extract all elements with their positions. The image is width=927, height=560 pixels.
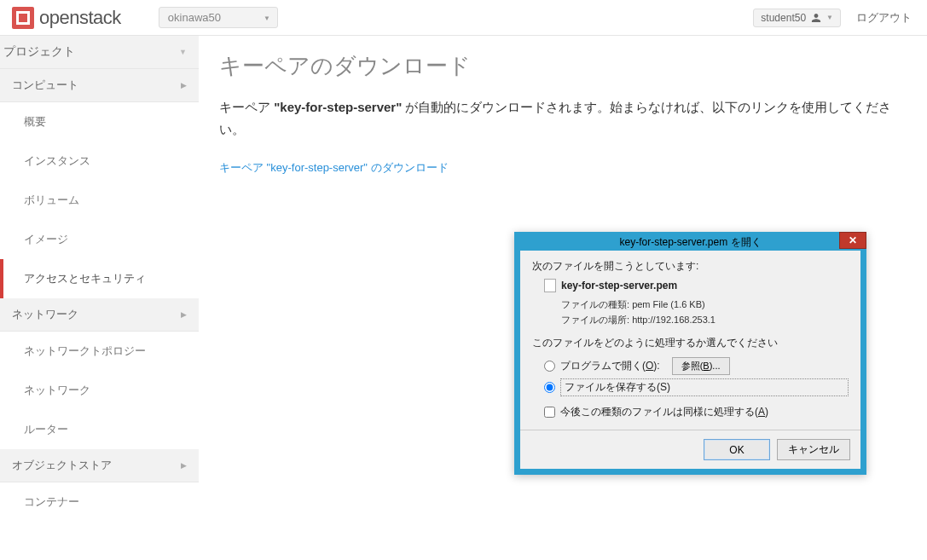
sidebar: プロジェクト ▼ コンピュート ▶ 概要 インスタンス ボリューム イメージ ア… bbox=[0, 36, 199, 522]
sidebar-item-label: アクセスとセキュリティ bbox=[24, 272, 146, 285]
filetype-label: ファイルの種類: bbox=[561, 299, 629, 309]
dialog-footer: OK キャンセル bbox=[520, 430, 860, 469]
dialog-title: key-for-step-server.pem を開く bbox=[619, 235, 761, 250]
location-line: ファイルの場所: http://192.168.253.1 bbox=[561, 313, 849, 328]
location-label: ファイルの場所: bbox=[561, 315, 629, 325]
sidebar-item-overview[interactable]: 概要 bbox=[0, 102, 199, 141]
sidebar-item-access-security[interactable]: アクセスとセキュリティ bbox=[0, 259, 199, 298]
sidebar-item-label: インスタンス bbox=[24, 154, 90, 167]
dialog-body: 次のファイルを開こうとしています: key-for-step-server.pe… bbox=[520, 251, 860, 430]
option-open-with[interactable]: プログラムで開く(O): 参照(B)... bbox=[544, 357, 849, 375]
page-description: キーペア "key-for-step-server" が自動的にダウンロードされ… bbox=[219, 96, 907, 140]
save-file-radio[interactable] bbox=[544, 382, 555, 393]
close-icon: ✕ bbox=[849, 234, 857, 246]
location-value: http://192.168.253.1 bbox=[632, 315, 716, 325]
chevron-down-icon: ▼ bbox=[179, 48, 187, 56]
logout-link[interactable]: ログアウト bbox=[856, 10, 912, 26]
sidebar-item-network-topology[interactable]: ネットワークトポロジー bbox=[0, 332, 199, 371]
dialog-titlebar[interactable]: key-for-step-server.pem を開く ✕ bbox=[514, 232, 866, 251]
open-with-radio[interactable] bbox=[544, 361, 555, 372]
sidebar-item-containers[interactable]: コンテナー bbox=[0, 482, 199, 522]
sidebar-item-label: 概要 bbox=[24, 115, 46, 128]
filetype-value: pem File (1.6 KB) bbox=[632, 299, 705, 309]
file-icon bbox=[544, 279, 556, 292]
remember-checkbox[interactable] bbox=[544, 407, 555, 418]
sidebar-section-project[interactable]: プロジェクト ▼ bbox=[0, 36, 199, 69]
sidebar-group-label: オブジェクトストア bbox=[12, 458, 112, 473]
chevron-down-icon: ▼ bbox=[826, 14, 833, 21]
sidebar-item-label: ボリューム bbox=[24, 193, 79, 206]
key-name: "key-for-step-server" bbox=[274, 100, 402, 114]
user-menu-label: student50 bbox=[761, 12, 806, 24]
sidebar-item-volumes[interactable]: ボリューム bbox=[0, 181, 199, 220]
sidebar-group-object-store[interactable]: オブジェクトストア ▶ bbox=[0, 449, 199, 482]
page-title: キーペアのダウンロード bbox=[219, 51, 907, 81]
ok-button[interactable]: OK bbox=[704, 439, 770, 460]
remember-label: 今後この種類のファイルは同様に処理する(A) bbox=[560, 405, 768, 419]
sidebar-item-label: ネットワーク bbox=[24, 384, 90, 396]
project-selector[interactable]: okinawa50 bbox=[159, 7, 278, 28]
sidebar-section-label: プロジェクト bbox=[3, 44, 75, 60]
save-file-label: ファイルを保存する(S) bbox=[560, 378, 849, 396]
topbar: openstack okinawa50 student50 ▼ ログアウト bbox=[0, 0, 927, 36]
close-button[interactable]: ✕ bbox=[839, 232, 866, 249]
option-save-file[interactable]: ファイルを保存する(S) bbox=[544, 378, 849, 396]
cancel-button[interactable]: キャンセル bbox=[777, 439, 850, 460]
brand-text: openstack bbox=[39, 7, 121, 29]
desc-prefix: キーペア bbox=[219, 100, 274, 114]
opening-label: 次のファイルを開こうとしています: bbox=[532, 259, 849, 274]
chevron-right-icon: ▶ bbox=[181, 81, 187, 89]
download-dialog: key-for-step-server.pem を開く ✕ 次のファイルを開こう… bbox=[514, 232, 866, 475]
user-icon bbox=[811, 13, 821, 23]
sidebar-item-label: ルーター bbox=[24, 423, 68, 436]
openstack-icon bbox=[12, 7, 34, 29]
chevron-right-icon: ▶ bbox=[181, 461, 187, 470]
sidebar-item-label: イメージ bbox=[24, 233, 68, 245]
sidebar-item-label: ネットワークトポロジー bbox=[24, 344, 146, 357]
download-link[interactable]: キーペア "key-for-step-server" のダウンロード bbox=[219, 161, 449, 174]
user-menu[interactable]: student50 ▼ bbox=[753, 9, 841, 27]
filetype-line: ファイルの種類: pem File (1.6 KB) bbox=[561, 297, 849, 313]
sidebar-group-network[interactable]: ネットワーク ▶ bbox=[0, 298, 199, 332]
chevron-right-icon: ▶ bbox=[181, 310, 187, 319]
sidebar-item-images[interactable]: イメージ bbox=[0, 220, 199, 259]
sidebar-group-label: ネットワーク bbox=[12, 307, 78, 322]
browse-button[interactable]: 参照(B)... bbox=[672, 357, 730, 375]
open-with-label: プログラムで開く(O): bbox=[560, 359, 660, 373]
project-selector-value: okinawa50 bbox=[168, 11, 221, 24]
sidebar-item-instances[interactable]: インスタンス bbox=[0, 141, 199, 181]
sidebar-item-label: コンテナー bbox=[24, 495, 79, 508]
sidebar-group-compute[interactable]: コンピュート ▶ bbox=[0, 69, 199, 102]
main-content: キーペアのダウンロード キーペア "key-for-step-server" が… bbox=[199, 36, 927, 522]
brand-logo[interactable]: openstack bbox=[12, 7, 121, 29]
sidebar-group-label: コンピュート bbox=[12, 78, 78, 93]
action-prompt: このファイルをどのように処理するか選んでください bbox=[532, 336, 849, 350]
sidebar-item-routers[interactable]: ルーター bbox=[0, 410, 199, 449]
file-row: key-for-step-server.pem bbox=[544, 279, 849, 292]
sidebar-item-networks[interactable]: ネットワーク bbox=[0, 371, 199, 410]
option-remember[interactable]: 今後この種類のファイルは同様に処理する(A) bbox=[544, 405, 849, 419]
filename: key-for-step-server.pem bbox=[561, 280, 677, 292]
